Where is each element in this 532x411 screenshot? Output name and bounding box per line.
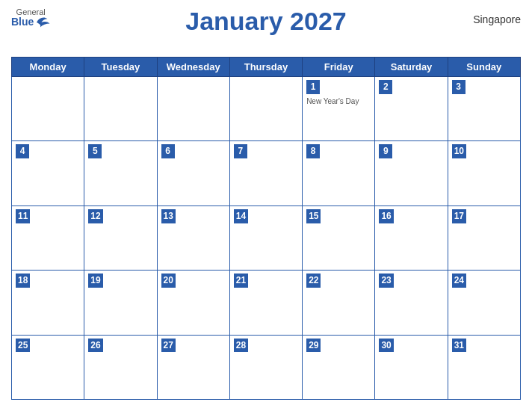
day-number: 20 [161, 274, 176, 288]
day-number: 16 [379, 209, 393, 223]
calendar-cell: 1New Year's Day [303, 77, 375, 141]
calendar-cell: 9 [375, 141, 448, 206]
day-number: 1 [306, 80, 320, 94]
calendar-cell: 5 [84, 141, 157, 206]
calendar-week-row: 11121314151617 [12, 206, 521, 270]
day-number: 5 [88, 144, 102, 158]
day-number: 28 [234, 339, 248, 353]
calendar-cell [12, 77, 84, 141]
day-number: 7 [234, 144, 247, 158]
header-wednesday: Wednesday [157, 58, 229, 77]
day-number: 2 [379, 80, 392, 94]
calendar-cell: 25 [12, 335, 84, 399]
calendar-cell: 2 [375, 77, 448, 141]
header-friday: Friday [303, 58, 375, 77]
calendar-cell: 4 [12, 141, 84, 206]
calendar-table: Monday Tuesday Wednesday Thursday Friday… [11, 57, 521, 400]
generalblue-logo: General Blue [11, 7, 50, 28]
day-number: 15 [306, 209, 321, 223]
calendar-container: General Blue January 2027 Singapore Mond… [0, 0, 532, 411]
calendar-cell: 16 [375, 206, 448, 270]
day-number: 22 [306, 274, 321, 288]
header-thursday: Thursday [229, 58, 302, 77]
day-number: 26 [88, 339, 102, 353]
calendar-cell: 21 [229, 271, 302, 335]
day-number: 8 [306, 144, 320, 158]
calendar-cell: 14 [229, 206, 302, 270]
calendar-cell: 7 [229, 141, 302, 206]
calendar-cell: 24 [448, 271, 520, 335]
weekday-header-row: Monday Tuesday Wednesday Thursday Friday… [12, 58, 521, 77]
calendar-cell: 12 [84, 206, 157, 270]
day-number: 11 [16, 209, 30, 223]
day-number: 27 [161, 339, 176, 353]
header-tuesday: Tuesday [84, 58, 157, 77]
calendar-cell: 6 [157, 141, 229, 206]
day-number: 30 [379, 339, 393, 353]
calendar-cell: 19 [84, 271, 157, 335]
calendar-week-row: 45678910 [12, 141, 521, 206]
day-number: 21 [234, 274, 248, 288]
calendar-cell [84, 77, 157, 141]
calendar-title: January 2027 [185, 7, 347, 35]
calendar-week-row: 18192021222324 [12, 271, 521, 335]
holiday-label: New Year's Day [306, 96, 371, 106]
day-number: 18 [16, 274, 30, 288]
calendar-cell: 3 [448, 77, 520, 141]
day-number: 17 [452, 209, 466, 223]
country-label: Singapore [473, 13, 521, 25]
title-section: January 2027 [185, 7, 347, 35]
day-number: 31 [452, 339, 466, 353]
calendar-cell: 30 [375, 335, 448, 399]
calendar-cell: 8 [303, 141, 375, 206]
calendar-cell: 13 [157, 206, 229, 270]
calendar-cell: 20 [157, 271, 229, 335]
logo-general-text: General [16, 7, 46, 16]
calendar-week-row: 1New Year's Day23 [12, 77, 521, 141]
calendar-cell: 15 [303, 206, 375, 270]
day-number: 13 [161, 209, 176, 223]
calendar-cell: 28 [229, 335, 302, 399]
calendar-header: General Blue January 2027 Singapore [11, 7, 521, 52]
calendar-cell: 22 [303, 271, 375, 335]
calendar-cell [229, 77, 302, 141]
calendar-cell: 23 [375, 271, 448, 335]
calendar-cell: 17 [448, 206, 520, 270]
calendar-cell: 26 [84, 335, 157, 399]
day-number: 23 [379, 274, 393, 288]
logo-bird-icon [35, 16, 50, 28]
day-number: 14 [234, 209, 248, 223]
day-number: 12 [88, 209, 102, 223]
header-sunday: Sunday [448, 58, 520, 77]
header-saturday: Saturday [375, 58, 448, 77]
calendar-cell: 27 [157, 335, 229, 399]
day-number: 29 [306, 339, 321, 353]
day-number: 24 [452, 274, 466, 288]
calendar-cell: 18 [12, 271, 84, 335]
calendar-cell: 11 [12, 206, 84, 270]
day-number: 4 [16, 144, 29, 158]
calendar-cell [157, 77, 229, 141]
day-number: 9 [379, 144, 392, 158]
calendar-week-row: 25262728293031 [12, 335, 521, 399]
day-number: 10 [452, 144, 466, 158]
calendar-cell: 31 [448, 335, 520, 399]
calendar-cell: 29 [303, 335, 375, 399]
day-number: 3 [452, 80, 466, 94]
day-number: 6 [161, 144, 175, 158]
logo-blue-text: Blue [11, 16, 34, 28]
header-monday: Monday [12, 58, 84, 77]
day-number: 19 [88, 274, 102, 288]
calendar-cell: 10 [448, 141, 520, 206]
day-number: 25 [16, 339, 30, 353]
